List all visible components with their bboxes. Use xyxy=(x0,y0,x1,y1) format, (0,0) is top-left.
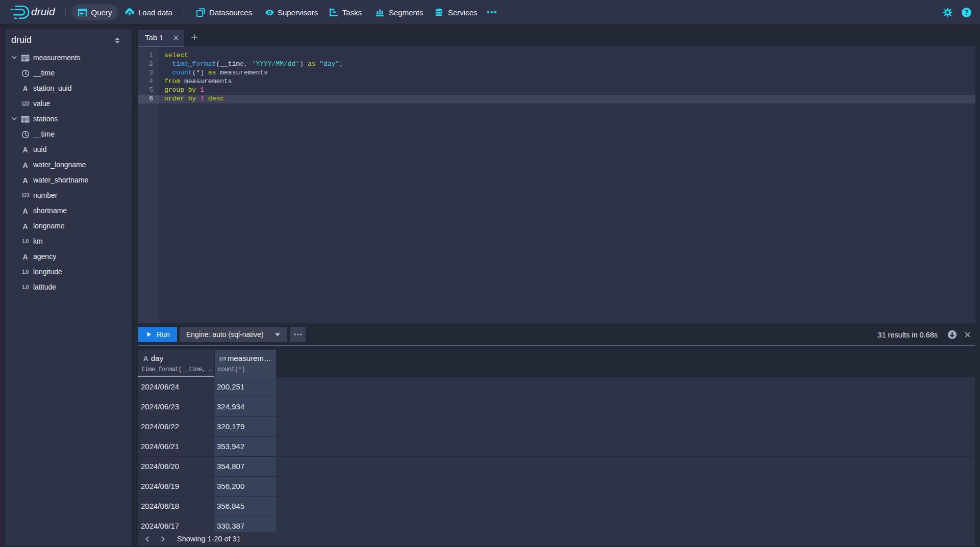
svg-text:?: ? xyxy=(964,8,969,16)
